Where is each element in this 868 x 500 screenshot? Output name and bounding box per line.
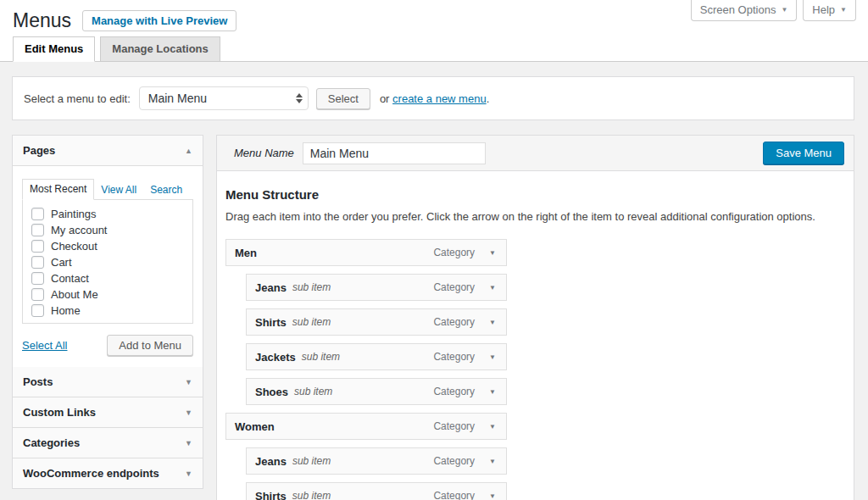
menu-select-dropdown[interactable]: Main Menu (139, 86, 309, 110)
select-arrows-icon (296, 93, 303, 103)
menu-item-handle[interactable]: Shoessub itemCategory▼ (246, 378, 507, 405)
menu-item[interactable]: Shirtssub itemCategory▼ (246, 482, 507, 500)
menu-item-title: Jeans (255, 455, 287, 468)
screen-options-label: Screen Options (700, 3, 776, 16)
menu-item-handle[interactable]: Jeanssub itemCategory▼ (246, 274, 507, 301)
sidebar-section-categories: Categories▼ (13, 427, 203, 458)
help-label: Help (812, 3, 835, 16)
tab-edit-menus[interactable]: Edit Menus (13, 36, 95, 62)
chevron-down-icon: ▼ (840, 6, 847, 14)
checkbox[interactable] (31, 208, 44, 220)
item-expand-arrow-icon[interactable]: ▼ (489, 492, 498, 500)
item-expand-arrow-icon[interactable]: ▼ (489, 353, 498, 361)
sub-item-label: sub item (292, 281, 331, 293)
sub-item-label: sub item (292, 490, 331, 500)
item-expand-arrow-icon[interactable]: ▼ (489, 388, 498, 396)
menu-select-value: Main Menu (148, 92, 296, 105)
checkbox[interactable] (31, 240, 44, 253)
chevron-down-icon: ▼ (781, 6, 787, 14)
section-title: Categories (23, 436, 185, 449)
page-checkbox-label: Home (51, 304, 81, 317)
menu-item[interactable]: Shirtssub itemCategory▼ (246, 308, 507, 336)
menu-item-handle[interactable]: Jeanssub itemCategory▼ (246, 447, 507, 475)
menu-item-title: Men (235, 247, 257, 259)
tab-manage-locations[interactable]: Manage Locations (100, 36, 220, 62)
section-header[interactable]: Custom Links▼ (13, 397, 203, 427)
menu-item-handle[interactable]: Shirtssub itemCategory▼ (246, 308, 507, 336)
menu-structure-title: Menu Structure (225, 187, 845, 202)
pages-footer: Select All Add to Menu (22, 335, 193, 356)
screen-options-button[interactable]: Screen Options ▼ (691, 0, 798, 21)
screen-meta: Screen Options ▼ Help ▼ (691, 0, 856, 21)
checkbox[interactable] (31, 304, 44, 317)
menu-item-type-label: Category (433, 455, 475, 467)
menu-item-title: Jeans (255, 281, 287, 294)
menu-item-title: Women (235, 420, 275, 433)
section-title: Custom Links (23, 406, 185, 419)
section-header[interactable]: Categories▼ (13, 428, 203, 458)
page-checkbox-label: About Me (51, 288, 98, 301)
menu-item[interactable]: Jeanssub itemCategory▼ (246, 447, 507, 475)
add-menu-items-sidebar: Pages ▲ Most Recent View All Search Pain… (12, 135, 203, 489)
select-button[interactable]: Select (316, 88, 370, 109)
create-new-menu-link[interactable]: create a new menu (392, 92, 487, 105)
menu-item[interactable]: Shoessub itemCategory▼ (246, 378, 507, 405)
page-checkbox-label: My account (51, 224, 107, 236)
checkbox[interactable] (31, 288, 44, 301)
page-checkbox-row: Cart (23, 254, 192, 270)
menu-item-handle[interactable]: Jacketssub itemCategory▼ (246, 343, 507, 370)
section-title: Posts (23, 375, 185, 388)
pages-section-title: Pages (23, 144, 185, 157)
or-text: or (380, 92, 390, 105)
chevron-down-icon: ▼ (185, 378, 192, 386)
menu-structure-list: MenCategory▼Jeanssub itemCategory▼Shirts… (225, 239, 507, 500)
menu-item[interactable]: Jeanssub itemCategory▼ (246, 274, 507, 301)
menu-name-label: Menu Name (234, 147, 294, 159)
chevron-down-icon: ▼ (185, 439, 192, 447)
section-header[interactable]: WooCommerce endpoints▼ (13, 458, 203, 488)
menu-item-type-label: Category (433, 316, 475, 328)
item-expand-arrow-icon[interactable]: ▼ (489, 423, 498, 431)
menu-item[interactable]: MenCategory▼ (225, 239, 507, 266)
item-expand-arrow-icon[interactable]: ▼ (489, 284, 498, 292)
select-all-link[interactable]: Select All (22, 339, 67, 352)
menu-name-input[interactable] (303, 142, 486, 164)
manage-live-preview-button[interactable]: Manage with Live Preview (82, 10, 236, 31)
pages-section-header[interactable]: Pages ▲ (13, 136, 203, 166)
nav-tabs: Edit Menus Manage Locations (13, 36, 225, 62)
item-expand-arrow-icon[interactable]: ▼ (489, 249, 498, 257)
menu-item-type-label: Category (433, 490, 475, 500)
menu-item-type-label: Category (433, 247, 475, 258)
menu-structure-help: Drag each item into the order you prefer… (225, 210, 845, 223)
page-checkbox-label: Paintings (51, 208, 96, 220)
sub-item-label: sub item (302, 351, 340, 363)
page-title: Menus (13, 9, 71, 32)
checkbox[interactable] (31, 272, 44, 285)
page-checkbox-label: Cart (51, 256, 72, 269)
tab-most-recent[interactable]: Most Recent (22, 179, 94, 200)
page-checkbox-row: Checkout (23, 238, 192, 254)
menu-editor-header: Menu Name Save Menu (217, 136, 854, 171)
add-to-menu-button[interactable]: Add to Menu (107, 335, 193, 356)
menu-item-handle[interactable]: Shirtssub itemCategory▼ (246, 482, 507, 500)
item-expand-arrow-icon[interactable]: ▼ (489, 319, 498, 326)
page-checkbox-row: Contact (23, 270, 192, 286)
menu-item-handle[interactable]: MenCategory▼ (225, 239, 507, 266)
help-button[interactable]: Help ▼ (803, 0, 856, 21)
menu-select-bar: Select a menu to edit: Main Menu Select … (12, 76, 854, 120)
tab-search[interactable]: Search (143, 181, 189, 200)
section-header[interactable]: Posts▼ (13, 367, 203, 397)
menu-item[interactable]: WomenCategory▼ (225, 413, 507, 440)
item-expand-arrow-icon[interactable]: ▼ (489, 458, 498, 465)
menu-item-title: Shirts (255, 316, 287, 329)
menu-item-title: Jackets (255, 351, 296, 364)
save-menu-button[interactable]: Save Menu (763, 142, 844, 164)
menu-item[interactable]: Jacketssub itemCategory▼ (246, 343, 507, 370)
chevron-down-icon: ▼ (185, 408, 192, 417)
menu-item-handle[interactable]: WomenCategory▼ (225, 413, 507, 440)
tab-view-all[interactable]: View All (94, 181, 143, 200)
checkbox[interactable] (31, 224, 44, 236)
pages-section-body: Most Recent View All Search PaintingsMy … (13, 166, 203, 367)
menu-item-title: Shoes (255, 386, 288, 398)
checkbox[interactable] (31, 256, 44, 269)
